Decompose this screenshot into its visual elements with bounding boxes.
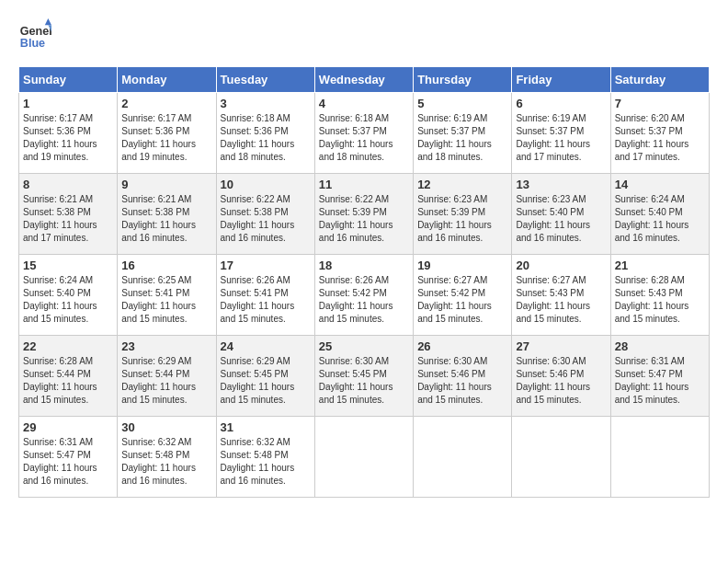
day-info: Sunrise: 6:17 AM Sunset: 5:36 PM Dayligh… [121,112,211,164]
day-number: 31 [221,420,311,434]
day-info: Sunrise: 6:30 AM Sunset: 5:45 PM Dayligh… [319,355,409,407]
header: General Blue [18,18,710,52]
calendar-week-1: 1 Sunrise: 6:17 AM Sunset: 5:36 PM Dayli… [19,93,710,174]
day-info: Sunrise: 6:24 AM Sunset: 5:40 PM Dayligh… [23,274,113,326]
logo-icon: General Blue [18,18,51,52]
day-info: Sunrise: 6:19 AM Sunset: 5:37 PM Dayligh… [516,112,606,164]
day-info: Sunrise: 6:26 AM Sunset: 5:42 PM Dayligh… [319,274,409,326]
calendar-cell: 5 Sunrise: 6:19 AM Sunset: 5:37 PM Dayli… [414,93,512,174]
day-number: 24 [221,339,311,353]
calendar-cell: 26 Sunrise: 6:30 AM Sunset: 5:46 PM Dayl… [414,336,512,417]
calendar-cell: 22 Sunrise: 6:28 AM Sunset: 5:44 PM Dayl… [19,336,118,417]
calendar-cell [414,417,512,498]
day-number: 17 [221,259,311,272]
day-info: Sunrise: 6:29 AM Sunset: 5:44 PM Dayligh… [121,355,211,407]
calendar-cell: 11 Sunrise: 6:22 AM Sunset: 5:39 PM Dayl… [314,174,413,255]
weekday-header-wednesday: Wednesday [314,67,413,93]
day-info: Sunrise: 6:28 AM Sunset: 5:44 PM Dayligh… [23,355,113,407]
calendar-cell: 19 Sunrise: 6:27 AM Sunset: 5:42 PM Dayl… [414,255,512,336]
calendar-cell: 23 Sunrise: 6:29 AM Sunset: 5:44 PM Dayl… [118,336,216,417]
day-number: 4 [319,97,409,110]
calendar-cell: 7 Sunrise: 6:20 AM Sunset: 5:37 PM Dayli… [610,93,709,174]
day-info: Sunrise: 6:22 AM Sunset: 5:39 PM Dayligh… [319,193,409,245]
day-number: 20 [516,259,606,272]
day-number: 28 [615,339,705,353]
day-info: Sunrise: 6:26 AM Sunset: 5:41 PM Dayligh… [221,274,311,326]
calendar-cell: 10 Sunrise: 6:22 AM Sunset: 5:38 PM Dayl… [216,174,314,255]
calendar-cell [314,417,413,498]
day-info: Sunrise: 6:21 AM Sunset: 5:38 PM Dayligh… [121,193,211,245]
day-info: Sunrise: 6:32 AM Sunset: 5:48 PM Dayligh… [121,436,211,488]
day-info: Sunrise: 6:31 AM Sunset: 5:47 PM Dayligh… [615,355,705,407]
day-number: 30 [121,420,211,434]
calendar-cell: 8 Sunrise: 6:21 AM Sunset: 5:38 PM Dayli… [19,174,118,255]
calendar-cell: 16 Sunrise: 6:25 AM Sunset: 5:41 PM Dayl… [118,255,216,336]
day-number: 2 [121,97,211,110]
logo: General Blue [18,18,51,52]
day-number: 16 [121,259,211,272]
svg-marker-2 [45,18,51,25]
day-info: Sunrise: 6:17 AM Sunset: 5:36 PM Dayligh… [23,112,113,164]
day-number: 18 [319,259,409,272]
day-number: 10 [221,178,311,191]
calendar-body: 1 Sunrise: 6:17 AM Sunset: 5:36 PM Dayli… [19,93,710,498]
day-number: 11 [319,178,409,191]
calendar-cell: 14 Sunrise: 6:24 AM Sunset: 5:40 PM Dayl… [610,174,709,255]
calendar-cell: 20 Sunrise: 6:27 AM Sunset: 5:43 PM Dayl… [512,255,610,336]
day-info: Sunrise: 6:31 AM Sunset: 5:47 PM Dayligh… [23,436,113,488]
day-info: Sunrise: 6:18 AM Sunset: 5:37 PM Dayligh… [319,112,409,164]
calendar-cell: 31 Sunrise: 6:32 AM Sunset: 5:48 PM Dayl… [216,417,314,498]
day-number: 29 [23,420,113,434]
day-number: 14 [615,178,705,191]
day-number: 8 [23,178,113,191]
calendar-cell: 1 Sunrise: 6:17 AM Sunset: 5:36 PM Dayli… [19,93,118,174]
day-info: Sunrise: 6:25 AM Sunset: 5:41 PM Dayligh… [121,274,211,326]
day-info: Sunrise: 6:30 AM Sunset: 5:46 PM Dayligh… [417,355,507,407]
day-info: Sunrise: 6:32 AM Sunset: 5:48 PM Dayligh… [221,436,311,488]
calendar-cell: 15 Sunrise: 6:24 AM Sunset: 5:40 PM Dayl… [19,255,118,336]
day-info: Sunrise: 6:27 AM Sunset: 5:43 PM Dayligh… [516,274,606,326]
calendar-cell: 13 Sunrise: 6:23 AM Sunset: 5:40 PM Dayl… [512,174,610,255]
day-info: Sunrise: 6:22 AM Sunset: 5:38 PM Dayligh… [221,193,311,245]
weekday-header-monday: Monday [118,67,216,93]
weekday-header-saturday: Saturday [610,67,709,93]
weekday-header-sunday: Sunday [19,67,118,93]
calendar-week-4: 22 Sunrise: 6:28 AM Sunset: 5:44 PM Dayl… [19,336,710,417]
calendar-week-5: 29 Sunrise: 6:31 AM Sunset: 5:47 PM Dayl… [19,417,710,498]
day-number: 6 [516,97,606,110]
day-number: 13 [516,178,606,191]
day-info: Sunrise: 6:28 AM Sunset: 5:43 PM Dayligh… [615,274,705,326]
calendar-cell: 2 Sunrise: 6:17 AM Sunset: 5:36 PM Dayli… [118,93,216,174]
day-info: Sunrise: 6:21 AM Sunset: 5:38 PM Dayligh… [23,193,113,245]
day-info: Sunrise: 6:18 AM Sunset: 5:36 PM Dayligh… [221,112,311,164]
day-number: 22 [23,339,113,353]
day-number: 23 [121,339,211,353]
day-info: Sunrise: 6:29 AM Sunset: 5:45 PM Dayligh… [221,355,311,407]
svg-text:Blue: Blue [20,37,45,50]
calendar-cell: 24 Sunrise: 6:29 AM Sunset: 5:45 PM Dayl… [216,336,314,417]
day-number: 3 [221,97,311,110]
weekday-header-tuesday: Tuesday [216,67,314,93]
calendar-cell: 21 Sunrise: 6:28 AM Sunset: 5:43 PM Dayl… [610,255,709,336]
day-number: 21 [615,259,705,272]
day-number: 25 [319,339,409,353]
calendar: SundayMondayTuesdayWednesdayThursdayFrid… [18,66,710,498]
day-info: Sunrise: 6:23 AM Sunset: 5:39 PM Dayligh… [417,193,507,245]
calendar-cell: 25 Sunrise: 6:30 AM Sunset: 5:45 PM Dayl… [314,336,413,417]
day-info: Sunrise: 6:23 AM Sunset: 5:40 PM Dayligh… [516,193,606,245]
day-info: Sunrise: 6:24 AM Sunset: 5:40 PM Dayligh… [615,193,705,245]
calendar-cell: 9 Sunrise: 6:21 AM Sunset: 5:38 PM Dayli… [118,174,216,255]
day-number: 15 [23,259,113,272]
calendar-week-3: 15 Sunrise: 6:24 AM Sunset: 5:40 PM Dayl… [19,255,710,336]
calendar-cell: 28 Sunrise: 6:31 AM Sunset: 5:47 PM Dayl… [610,336,709,417]
day-number: 5 [417,97,507,110]
calendar-cell: 30 Sunrise: 6:32 AM Sunset: 5:48 PM Dayl… [118,417,216,498]
day-number: 27 [516,339,606,353]
day-info: Sunrise: 6:27 AM Sunset: 5:42 PM Dayligh… [417,274,507,326]
calendar-cell: 12 Sunrise: 6:23 AM Sunset: 5:39 PM Dayl… [414,174,512,255]
day-number: 19 [417,259,507,272]
day-info: Sunrise: 6:30 AM Sunset: 5:46 PM Dayligh… [516,355,606,407]
day-number: 1 [23,97,113,110]
calendar-cell: 18 Sunrise: 6:26 AM Sunset: 5:42 PM Dayl… [314,255,413,336]
calendar-cell [610,417,709,498]
